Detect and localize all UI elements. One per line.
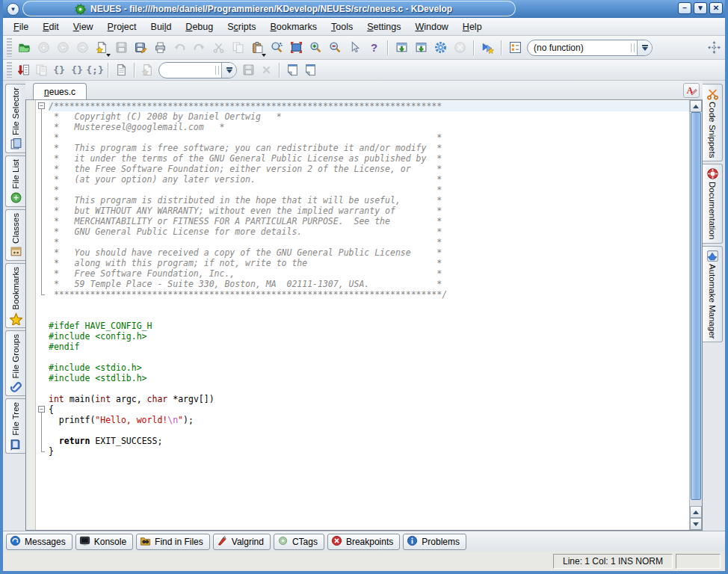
- code-line-20: [49, 300, 689, 310]
- menu-scripts[interactable]: Scripts: [221, 19, 262, 34]
- zoom-out-icon[interactable]: [325, 38, 345, 58]
- menu-bookmarks[interactable]: Bookmarks: [264, 19, 323, 34]
- code-text-area[interactable]: /***************************************…: [49, 100, 689, 530]
- zoom-in-icon[interactable]: [306, 38, 325, 58]
- function-selector[interactable]: (no function): [527, 40, 653, 56]
- dock-button-messages[interactable]: Messages: [6, 534, 73, 550]
- dock-tab-label: Automake Manager: [708, 264, 717, 339]
- menu-file[interactable]: File: [7, 19, 34, 34]
- dock-tab-bookmarks[interactable]: Bookmarks: [5, 263, 25, 328]
- toolbar-drag-handle-icon[interactable]: [704, 38, 724, 58]
- build-target-icon[interactable]: [411, 38, 431, 58]
- dock-tab-file-groups[interactable]: File Groups: [5, 330, 25, 396]
- new-window-icon[interactable]: [283, 62, 301, 78]
- open-file-icon[interactable]: [14, 38, 34, 58]
- maximize-button[interactable]: ▼: [694, 2, 707, 14]
- compile-file-icon[interactable]: [392, 38, 411, 58]
- code-line-31: printf("Hello, world!\n");: [49, 415, 689, 425]
- cursor-position-status: Line: 1 Col: 1 INS NORM: [553, 554, 673, 569]
- annotate-icon[interactable]: A: [683, 83, 700, 98]
- dock-tab-file-tree[interactable]: File Tree: [5, 398, 25, 454]
- toolbar-separator: [501, 40, 502, 55]
- window-title: NEUES - file:///home/daniel/Programmiere…: [90, 4, 452, 14]
- window-menu-button[interactable]: ▼: [7, 3, 19, 16]
- code-line-29: int main(int argc, char *argv[]): [49, 394, 689, 404]
- goto-line-icon[interactable]: [14, 62, 32, 78]
- tab-neues-c[interactable]: neues.c: [33, 83, 87, 99]
- brace-round-icon[interactable]: {}: [50, 62, 68, 78]
- dock-tab-file-selector[interactable]: File Selector: [5, 84, 25, 153]
- code-line-25: [49, 352, 689, 362]
- dock-button-label: Find in Files: [155, 537, 203, 547]
- dock-button-konsole[interactable]: Konsole: [75, 534, 133, 550]
- menu-tools[interactable]: Tools: [325, 19, 359, 34]
- scroll-down-button[interactable]: [690, 518, 702, 530]
- find-icon[interactable]: [267, 38, 286, 58]
- fullscreen-icon[interactable]: [286, 38, 306, 58]
- messages-icon: [10, 535, 21, 549]
- snippet-selector[interactable]: [158, 62, 237, 78]
- dock-tab-automake-manager[interactable]: Automake Manager: [703, 246, 723, 342]
- dock-tab-label: Bookmarks: [11, 267, 20, 310]
- execute-program-icon[interactable]: [478, 38, 497, 58]
- build-project-icon[interactable]: [431, 38, 450, 58]
- brace-curly-icon[interactable]: {}: [68, 62, 86, 78]
- menu-debug[interactable]: Debug: [179, 19, 219, 34]
- dock-button-find-in-files[interactable]: Find in Files: [136, 534, 210, 550]
- scroll-up-button-2[interactable]: [690, 506, 702, 518]
- vertical-scrollbar[interactable]: [689, 100, 702, 530]
- close-button[interactable]: ✕: [709, 2, 723, 14]
- fold-marker[interactable]: −: [38, 102, 45, 109]
- dock-tab-code-snippets[interactable]: Code Snippets: [703, 84, 723, 161]
- menu-project[interactable]: Project: [102, 19, 143, 34]
- dock-button-ctags[interactable]: CTags: [274, 534, 324, 550]
- toolbar-grip[interactable]: [7, 38, 12, 57]
- code-line-8: * (at your option) any later version. *: [49, 174, 689, 185]
- scrollbar-thumb[interactable]: [691, 112, 701, 500]
- left-dock-bar: File SelectorFile ListClassesBookmarksFi…: [3, 81, 25, 531]
- help-icon[interactable]: ?: [364, 38, 383, 58]
- brace-semi-icon[interactable]: {;}: [86, 62, 104, 78]
- dock-button-breakpoints[interactable]: Breakpoints: [327, 534, 400, 550]
- bookmarks-icon: [10, 312, 22, 324]
- new-file-icon[interactable]: [92, 38, 111, 58]
- paste-icon[interactable]: [247, 38, 267, 58]
- dock-button-problems[interactable]: Problems: [403, 534, 466, 550]
- menu-view[interactable]: View: [67, 19, 99, 34]
- scrollbar-track[interactable]: [690, 112, 702, 506]
- snippet-selector-dropdown-arrow[interactable]: [221, 63, 236, 78]
- function-selector-value: (no function): [528, 43, 631, 53]
- function-selector-dropdown-arrow[interactable]: [637, 40, 652, 55]
- dock-tab-classes[interactable]: Classes: [5, 209, 25, 262]
- dock-tab-file-list[interactable]: File List: [5, 155, 25, 207]
- minimize-button[interactable]: –: [678, 2, 691, 14]
- scroll-up-button[interactable]: [690, 100, 702, 112]
- toolbar-grip[interactable]: [7, 62, 12, 78]
- toolbar-separator: [279, 63, 280, 78]
- tree-view-icon[interactable]: [505, 38, 525, 58]
- fold-marker[interactable]: −: [38, 406, 45, 413]
- dock-button-label: CTags: [292, 537, 318, 547]
- code-folding-margin[interactable]: −−: [36, 100, 49, 530]
- menu-help[interactable]: Help: [457, 19, 488, 34]
- menu-settings[interactable]: Settings: [361, 19, 407, 34]
- dock-tab-label: Documentation: [708, 182, 717, 239]
- dock-tab-label: Code Snippets: [708, 102, 717, 158]
- document-icon[interactable]: [112, 62, 130, 78]
- menu-build[interactable]: Build: [145, 19, 178, 34]
- code-editor[interactable]: −− /************************************…: [25, 100, 703, 531]
- code-line-24: #endif: [49, 342, 689, 352]
- save-as-icon[interactable]: [131, 38, 150, 58]
- code-line-19: ****************************************…: [49, 289, 689, 300]
- menu-edit[interactable]: Edit: [37, 19, 65, 34]
- dock-button-valgrind[interactable]: Valgrind: [213, 534, 271, 550]
- code-line-17: * Free Software Foundation, Inc., *: [49, 268, 689, 279]
- print-icon[interactable]: [150, 38, 170, 58]
- code-line-22: #ifdef HAVE_CONFIG_H: [49, 321, 689, 331]
- documentation-icon: [706, 167, 718, 179]
- duplicate-window-icon[interactable]: [301, 62, 319, 78]
- menu-window[interactable]: Window: [409, 19, 454, 34]
- cursor-icon[interactable]: [345, 38, 364, 58]
- title-bar[interactable]: ▼ NEUES - file:///home/daniel/Programmie…: [3, 0, 725, 18]
- dock-tab-documentation[interactable]: Documentation: [703, 164, 723, 243]
